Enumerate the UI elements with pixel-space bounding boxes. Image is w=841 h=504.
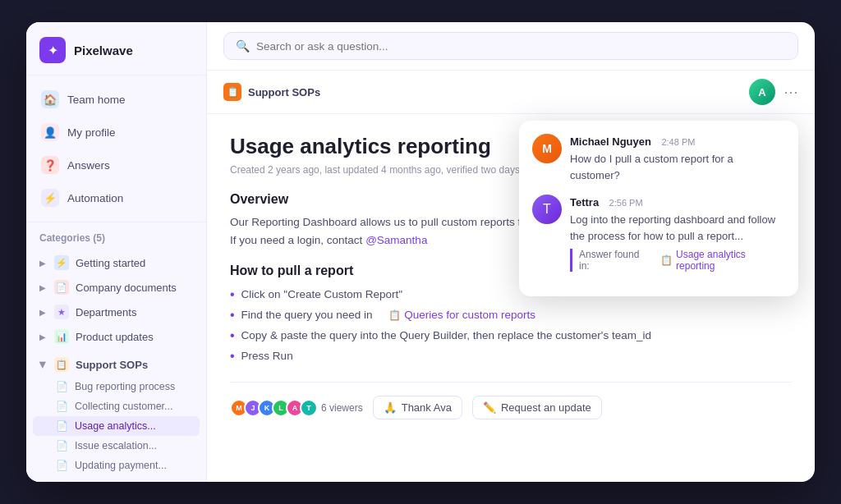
cat-icon: 📊 <box>54 329 69 344</box>
profile-icon: 👤 <box>41 123 59 141</box>
sidebar-item-label: Team home <box>67 94 126 106</box>
search-icon: 🔍 <box>236 39 250 53</box>
avatar: A <box>749 79 775 105</box>
more-options-icon[interactable]: ⋯ <box>784 83 798 101</box>
cat-icon: ⚡ <box>54 255 69 270</box>
answer-found-prefix: Answer found in: <box>579 249 651 272</box>
support-sops-section: ▶ 📋 Support SOPs 📄 Bug reporting process… <box>26 352 206 475</box>
sidebar-item-my-profile[interactable]: 👤 My profile <box>33 117 200 148</box>
chat-sender: Michael Nguyen <box>570 135 651 148</box>
thank-ava-button[interactable]: 🙏 Thank Ava <box>373 396 462 419</box>
category-label: Getting started <box>76 257 145 269</box>
step-text: Click on "Create Custom Report" <box>241 288 402 300</box>
doc-icon: 📄 <box>56 381 68 392</box>
viewer-avatars: M J K L A T <box>230 399 318 417</box>
chat-message-michael: M Michael Nguyen 2:48 PM How do I pull a… <box>532 134 785 183</box>
main-content: 🔍 📋 Support SOPs A ⋯ Usage analytics rep… <box>207 22 815 482</box>
request-update-button[interactable]: ✏️ Request an update <box>472 396 602 419</box>
categories-title: Categories (5) <box>33 232 200 250</box>
list-item: Press Run <box>230 346 792 367</box>
request-update-label: Request an update <box>501 401 591 414</box>
avatar-michael: M <box>532 134 562 163</box>
avatar-tettra: T <box>532 195 562 224</box>
chevron-right-icon: ▶ <box>39 259 46 268</box>
home-icon: 🏠 <box>41 90 59 108</box>
answers-icon: ❓ <box>41 156 59 174</box>
chat-text: How do I pull a custom report for a cust… <box>570 151 785 183</box>
thank-ava-label: Thank Ava <box>402 401 452 414</box>
article-steps: Click on "Create Custom Report" Find the… <box>230 285 792 367</box>
sop-item-label: Issue escalation... <box>75 440 157 451</box>
chat-time: 2:48 PM <box>661 137 695 147</box>
category-label: Departments <box>76 306 136 318</box>
categories-section: Categories (5) ▶ ⚡ Getting started ▶ 📄 C… <box>26 222 206 352</box>
step-text-before: Find the query you need in <box>241 309 373 321</box>
pencil-icon: ✏️ <box>483 401 496 414</box>
chat-text: Log into the reporting dashboard and fol… <box>570 212 785 244</box>
sidebar-item-team-home[interactable]: 🏠 Team home <box>33 84 200 115</box>
queries-link-text: Queries for custom reports <box>404 309 535 321</box>
topbar: 🔍 <box>207 22 815 71</box>
category-getting-started[interactable]: ▶ ⚡ Getting started <box>33 250 200 275</box>
sidebar-nav: 🏠 Team home 👤 My profile ❓ Answers ⚡ Aut… <box>26 76 206 222</box>
answer-found: Answer found in: 📋 Usage analytics repor… <box>570 249 785 272</box>
sop-usage-analytics[interactable]: 📄 Usage analytics... <box>33 416 200 436</box>
viewers-count: 6 viewers <box>321 402 363 414</box>
category-departments[interactable]: ▶ ★ Departments <box>33 300 200 324</box>
sidebar-item-label: Automation <box>67 192 123 204</box>
sop-issue-escalation[interactable]: 📄 Issue escalation... <box>33 436 200 456</box>
chevron-right-icon: ▶ <box>39 308 46 317</box>
sidebar-item-answers[interactable]: ❓ Answers <box>33 149 200 181</box>
category-product-updates[interactable]: ▶ 📊 Product updates <box>33 324 200 349</box>
category-label: Product updates <box>76 331 154 343</box>
step-text: Copy & paste the query into the Query Bu… <box>241 329 651 341</box>
doc-icon: 📄 <box>56 460 68 471</box>
sop-item-label: Bug reporting process <box>75 381 175 392</box>
search-input[interactable] <box>256 40 786 53</box>
overview-text: Our Reporting Dashboard allows us to pul… <box>230 216 549 228</box>
article-footer: M J K L A T 6 viewers 🙏 Thank Ava ✏️ Req… <box>230 382 792 419</box>
sop-item-label: Usage analytics... <box>75 420 156 432</box>
list-item: Find the query you need in 📋 Queries for… <box>230 305 792 326</box>
category-label: Support SOPs <box>76 359 148 371</box>
chat-body: Tettra 2:56 PM Log into the reporting da… <box>570 195 785 272</box>
search-bar[interactable]: 🔍 <box>223 32 798 60</box>
app-name: Pixelwave <box>74 44 133 57</box>
cat-icon: ★ <box>54 305 69 319</box>
sop-updating-payment[interactable]: 📄 Updating payment... <box>33 456 200 475</box>
category-support-sops[interactable]: ▶ 📋 Support SOPs <box>33 352 200 377</box>
app-logo-icon: ✦ <box>39 37 66 63</box>
chat-message-tettra: T Tettra 2:56 PM Log into the reporting … <box>532 195 785 272</box>
automation-icon: ⚡ <box>41 189 59 207</box>
step-text: Press Run <box>241 350 293 362</box>
content-header: 📋 Support SOPs A ⋯ <box>207 71 815 114</box>
chevron-right-icon: ▶ <box>39 332 46 341</box>
mention-samantha[interactable]: @Samantha <box>365 234 427 246</box>
cat-icon: 📋 <box>54 357 69 372</box>
viewer-avatar: T <box>300 399 318 417</box>
doc-link-icon: 📋 <box>388 309 401 321</box>
answer-link[interactable]: Usage analytics reporting <box>676 249 785 272</box>
pray-icon: 🙏 <box>384 401 397 414</box>
doc-icon: 📄 <box>56 420 68 432</box>
sop-collecting-customer[interactable]: 📄 Collecting customer... <box>33 396 200 416</box>
overview-text2: If you need a login, contact <box>230 234 362 246</box>
queries-link[interactable]: 📋 Queries for custom reports <box>388 309 535 321</box>
cat-icon: 📄 <box>54 280 69 295</box>
chat-body: Michael Nguyen 2:48 PM How do I pull a c… <box>570 134 785 183</box>
header-actions: A ⋯ <box>749 79 798 105</box>
chat-popup: M Michael Nguyen 2:48 PM How do I pull a… <box>519 121 798 296</box>
breadcrumb: 📋 Support SOPs <box>223 83 320 101</box>
breadcrumb-icon: 📋 <box>223 83 241 101</box>
sop-item-label: Collecting customer... <box>75 401 173 412</box>
sidebar: ✦ Pixelwave 🏠 Team home 👤 My profile ❓ A… <box>26 22 207 482</box>
chat-sender: Tettra <box>570 196 599 208</box>
breadcrumb-label: Support SOPs <box>248 86 320 99</box>
category-company-documents[interactable]: ▶ 📄 Company documents <box>33 275 200 300</box>
sop-bug-reporting[interactable]: 📄 Bug reporting process <box>33 377 200 396</box>
chat-time: 2:56 PM <box>609 198 643 208</box>
sidebar-item-automation[interactable]: ⚡ Automation <box>33 182 200 213</box>
viewers-group: M J K L A T 6 viewers <box>230 399 363 417</box>
list-item: Copy & paste the query into the Query Bu… <box>230 326 792 346</box>
chevron-down-icon: ▶ <box>39 361 48 368</box>
